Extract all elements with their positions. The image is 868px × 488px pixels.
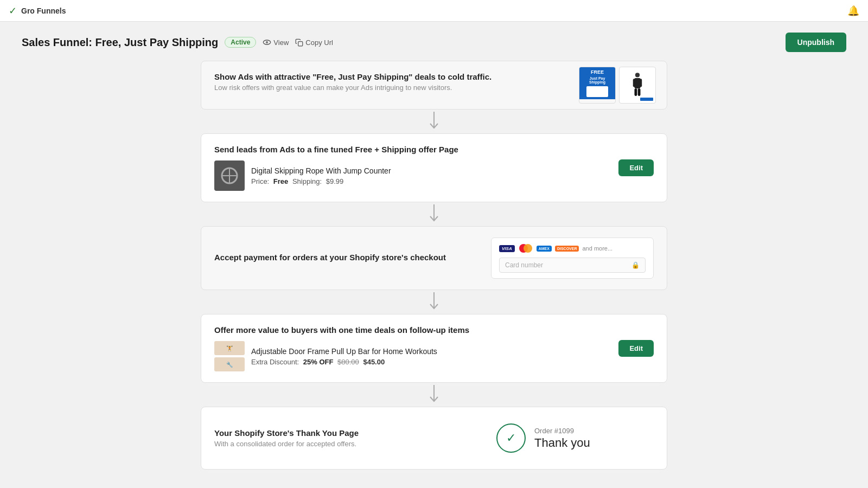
step-upsell-card: Offer more value to buyers with one time… <box>201 314 667 383</box>
edit-upsell-button[interactable]: Edit <box>618 340 654 357</box>
svg-rect-2 <box>298 41 303 46</box>
unpublish-button[interactable]: Unpublish <box>786 33 846 52</box>
topbar: ✓ Gro Funnels 🔔 <box>0 0 868 22</box>
card-number-field[interactable]: Card number 🔒 <box>499 258 646 273</box>
lock-icon: 🔒 <box>631 261 640 269</box>
thankyou-preview-content: ✓ Order #1099 Thank you <box>491 418 654 458</box>
product-price: Price: Free Shipping: $9.99 <box>251 177 391 185</box>
arrow-down-icon-2 <box>427 204 441 224</box>
svg-rect-6 <box>639 79 642 87</box>
svg-rect-5 <box>633 79 636 87</box>
price-new: $45.00 <box>363 358 385 366</box>
step-thankyou-card: Your Shopify Store's Thank You Page With… <box>201 407 667 470</box>
main-content: Show Ads with attractive "Free, Just Pay… <box>0 61 868 488</box>
funnel-arrow-2 <box>427 202 441 226</box>
rope-icon <box>216 163 242 189</box>
svg-point-0 <box>264 40 271 44</box>
upsell-product-name: Adjustable Door Frame Pull Up Bar for Ho… <box>251 347 437 356</box>
thankyou-preview: ✓ Order #1099 Thank you <box>491 418 654 458</box>
upsell-product-price: Extra Discount: 25% OFF $80.00 $45.00 <box>251 358 437 366</box>
step-offer-card: Send leads from Ads to a fine tuned Free… <box>201 133 667 202</box>
funnel-container: Show Ads with attractive "Free, Just Pay… <box>201 61 667 470</box>
step-checkout-title: Accept payment for orders at your Shopif… <box>214 253 491 262</box>
mastercard-icon <box>518 243 533 253</box>
step-upsell-title: Offer more value to buyers with one time… <box>214 325 469 335</box>
logo-icon: ✓ <box>9 5 17 17</box>
thankyou-left: Your Shopify Store's Thank You Page With… <box>214 428 491 448</box>
upsell-product-info: Adjustable Door Frame Pull Up Bar for Ho… <box>251 347 437 366</box>
funnel-arrow-1 <box>427 110 441 133</box>
funnel-arrow-3 <box>427 290 441 314</box>
upsell-images: 🏋️ 🔧 <box>214 341 245 371</box>
svg-point-1 <box>266 42 268 43</box>
discover-icon: DISCOVER <box>555 246 579 252</box>
checkout-split: Accept payment for orders at your Shopif… <box>214 237 654 279</box>
funnel-arrow-4 <box>427 383 441 407</box>
product-image <box>214 160 245 191</box>
payment-icons: VISA AMEX DISCOVER and more... <box>499 243 646 253</box>
ad-thumb-blue: FREE Just Pay Shipping <box>579 67 616 104</box>
step-ads-card: Show Ads with attractive "Free, Just Pay… <box>201 61 667 110</box>
thankyou-text-block: Order #1099 Thank you <box>534 427 590 450</box>
arrow-down-icon-4 <box>427 385 441 404</box>
eye-icon <box>263 38 271 47</box>
mc-svg <box>518 243 533 253</box>
bell-icon[interactable]: 🔔 <box>847 5 859 17</box>
edit-offer-button[interactable]: Edit <box>618 159 654 176</box>
step-offer-left: Send leads from Ads to a fine tuned Free… <box>214 145 458 191</box>
arrow-down-icon-3 <box>427 292 441 312</box>
svg-point-16 <box>524 244 532 253</box>
status-badge: Active <box>225 37 256 48</box>
upsell-img-1: 🏋️ <box>214 341 245 355</box>
step-upsell-inner: Offer more value to buyers with one time… <box>214 325 654 371</box>
svg-point-3 <box>635 73 640 77</box>
visa-icon: VISA <box>499 245 515 252</box>
arrow-down-icon <box>427 112 441 131</box>
svg-rect-7 <box>635 88 637 96</box>
svg-rect-8 <box>638 88 641 96</box>
copy-icon <box>295 38 303 47</box>
ads-preview: FREE Just Pay Shipping <box>579 67 656 104</box>
thankyou-checkmark: ✓ <box>496 423 526 453</box>
product-row: Digital Skipping Rope With Jump Counter … <box>214 160 458 191</box>
step-ads-subtitle: Low risk offers with great value can mak… <box>214 84 594 92</box>
ad-thumb-figure <box>619 67 656 104</box>
checkout-preview: VISA AMEX DISCOVER and more... <box>491 237 654 279</box>
checkout-left: Accept payment for orders at your Shopif… <box>214 253 491 264</box>
step-ads-title: Show Ads with attractive "Free, Just Pay… <box>214 72 594 81</box>
price-original: $80.00 <box>337 358 359 366</box>
product-name: Digital Skipping Rope With Jump Counter <box>251 166 391 175</box>
upsell-product-row: 🏋️ 🔧 Adjustable Door Frame Pull Up Bar f… <box>214 341 469 371</box>
figure-icon <box>630 72 645 98</box>
step-offer-title: Send leads from Ads to a fine tuned Free… <box>214 145 458 154</box>
thankyou-heading: Thank you <box>534 436 590 450</box>
page-title: Sales Funnel: Free, Just Pay Shipping <box>22 36 218 49</box>
page-header: Sales Funnel: Free, Just Pay Shipping Ac… <box>0 22 868 61</box>
product-info: Digital Skipping Rope With Jump Counter … <box>251 166 391 185</box>
and-more-label: and more... <box>582 245 612 252</box>
checkout-card-preview: VISA AMEX DISCOVER and more... <box>491 237 654 279</box>
step-offer-inner: Send leads from Ads to a fine tuned Free… <box>214 145 654 191</box>
upsell-img-2: 🔧 <box>214 357 245 371</box>
app-name: Gro Funnels <box>21 7 66 15</box>
step-checkout-card: Accept payment for orders at your Shopif… <box>201 226 667 290</box>
step-thankyou-title: Your Shopify Store's Thank You Page <box>214 428 491 438</box>
thankyou-split: Your Shopify Store's Thank You Page With… <box>214 418 654 458</box>
step-thankyou-subtitle: With a consolidated order for accepted o… <box>214 440 491 448</box>
copy-url-button[interactable]: Copy Url <box>295 38 333 47</box>
step-upsell-left: Offer more value to buyers with one time… <box>214 325 469 371</box>
card-number-placeholder: Card number <box>505 261 543 269</box>
page-header-left: Sales Funnel: Free, Just Pay Shipping Ac… <box>22 36 333 49</box>
order-number: Order #1099 <box>534 427 590 435</box>
amex-icon: AMEX <box>537 246 552 252</box>
view-button[interactable]: View <box>263 38 289 47</box>
topbar-left: ✓ Gro Funnels <box>9 5 66 17</box>
